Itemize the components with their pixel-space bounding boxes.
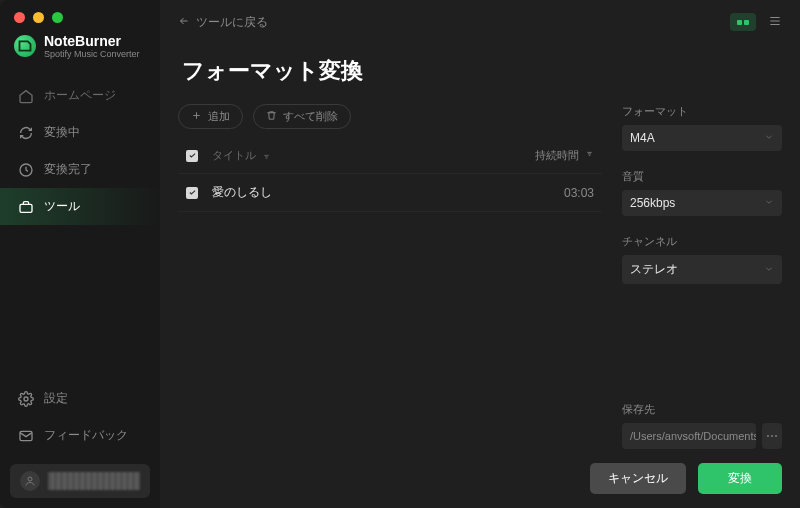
add-button[interactable]: 追加 xyxy=(178,104,243,129)
back-label: ツールに戻る xyxy=(196,14,268,31)
toolbox-icon xyxy=(18,199,34,215)
sync-icon xyxy=(18,125,34,141)
bitrate-label: 音質 xyxy=(622,169,782,184)
ellipsis-icon: ⋯ xyxy=(766,429,778,443)
plus-icon xyxy=(191,110,202,123)
sidebar-item-home[interactable]: ホームページ xyxy=(0,77,160,114)
file-table: タイトル 持続時間 xyxy=(178,137,602,212)
remove-all-button[interactable]: すべて削除 xyxy=(253,104,351,129)
gear-icon xyxy=(18,391,34,407)
convert-button[interactable]: 変換 xyxy=(698,463,782,494)
brand-name: NoteBurner xyxy=(44,33,140,49)
field-bitrate: 音質 256kbps xyxy=(622,169,782,216)
main-panel: ツールに戻る フォーマット変換 追 xyxy=(160,0,800,508)
settings-panel: フォーマット M4A 音質 256kbps xyxy=(622,104,782,449)
select-all-checkbox[interactable] xyxy=(186,150,198,162)
output-label: 保存先 xyxy=(622,402,782,417)
sidebar-item-settings[interactable]: 設定 xyxy=(0,380,160,417)
field-output: 保存先 /Users/anvsoft/Documents/ ⋯ xyxy=(622,402,782,449)
back-button[interactable]: ツールに戻る xyxy=(178,14,268,31)
row-duration: 03:03 xyxy=(564,186,594,200)
output-path-input[interactable]: /Users/anvsoft/Documents/ xyxy=(622,423,756,449)
trash-icon xyxy=(266,110,277,123)
output-path-value: /Users/anvsoft/Documents/ xyxy=(630,430,756,442)
home-icon xyxy=(18,88,34,104)
remove-all-label: すべて削除 xyxy=(283,109,338,124)
sidebar-nav: ホームページ 変換中 変換完了 ツール xyxy=(0,77,160,225)
brand-subtitle: Spotify Music Converter xyxy=(44,49,140,59)
svg-point-4 xyxy=(28,477,32,481)
sidebar-item-converting[interactable]: 変換中 xyxy=(0,114,160,151)
avatar-icon xyxy=(20,471,40,491)
app-logo-icon xyxy=(14,35,36,57)
svg-rect-1 xyxy=(20,204,32,212)
footer-actions: キャンセル 変換 xyxy=(178,449,782,494)
cancel-button[interactable]: キャンセル xyxy=(590,463,686,494)
chevron-down-icon xyxy=(764,263,774,277)
sidebar: NoteBurner Spotify Music Converter ホームペー… xyxy=(0,0,160,508)
chevron-down-icon xyxy=(764,196,774,210)
row-checkbox[interactable] xyxy=(186,187,198,199)
add-label: 追加 xyxy=(208,109,230,124)
sidebar-item-label: 設定 xyxy=(44,390,68,407)
sidebar-bottom-nav: 設定 フィードバック xyxy=(0,380,160,454)
format-select[interactable]: M4A xyxy=(622,125,782,151)
page-title: フォーマット変換 xyxy=(182,56,778,86)
channel-label: チャンネル xyxy=(622,234,782,249)
arrow-left-icon xyxy=(178,15,190,30)
col-duration-label: 持続時間 xyxy=(535,148,579,163)
sidebar-item-feedback[interactable]: フィードバック xyxy=(0,417,160,454)
file-list-panel: 追加 すべて削除 xyxy=(178,104,602,449)
format-value: M4A xyxy=(630,131,655,145)
field-format: フォーマット M4A xyxy=(622,104,782,151)
sidebar-item-label: ホームページ xyxy=(44,87,116,104)
window-controls xyxy=(0,0,160,31)
layout-toggle[interactable] xyxy=(730,13,756,31)
account-card[interactable] xyxy=(10,464,150,498)
menu-icon[interactable] xyxy=(768,14,782,31)
col-title-label: タイトル xyxy=(212,148,256,163)
row-title: 愛のしるし xyxy=(212,184,272,201)
window-minimize[interactable] xyxy=(33,12,44,23)
sidebar-item-label: ツール xyxy=(44,198,80,215)
brand: NoteBurner Spotify Music Converter xyxy=(0,31,160,77)
table-header: タイトル 持続時間 xyxy=(178,138,602,174)
clock-icon xyxy=(18,162,34,178)
sort-icon[interactable] xyxy=(585,148,594,157)
topbar: ツールに戻る xyxy=(178,10,782,34)
browse-button[interactable]: ⋯ xyxy=(762,423,782,449)
mail-icon xyxy=(18,428,34,444)
channel-value: ステレオ xyxy=(630,261,678,278)
account-name-redacted xyxy=(48,472,140,490)
field-channel: チャンネル ステレオ xyxy=(622,234,782,284)
window-close[interactable] xyxy=(14,12,25,23)
app-window: NoteBurner Spotify Music Converter ホームペー… xyxy=(0,0,800,508)
sidebar-item-tools[interactable]: ツール xyxy=(0,188,160,225)
sidebar-item-completed[interactable]: 変換完了 xyxy=(0,151,160,188)
bitrate-select[interactable]: 256kbps xyxy=(622,190,782,216)
sort-icon[interactable] xyxy=(262,151,271,160)
sidebar-item-label: 変換中 xyxy=(44,124,80,141)
chevron-down-icon xyxy=(764,131,774,145)
bitrate-value: 256kbps xyxy=(630,196,675,210)
table-row[interactable]: 愛のしるし 03:03 xyxy=(178,174,602,212)
channel-select[interactable]: ステレオ xyxy=(622,255,782,284)
svg-point-2 xyxy=(24,397,28,401)
sidebar-item-label: フィードバック xyxy=(44,427,128,444)
sidebar-item-label: 変換完了 xyxy=(44,161,92,178)
format-label: フォーマット xyxy=(622,104,782,119)
window-maximize[interactable] xyxy=(52,12,63,23)
